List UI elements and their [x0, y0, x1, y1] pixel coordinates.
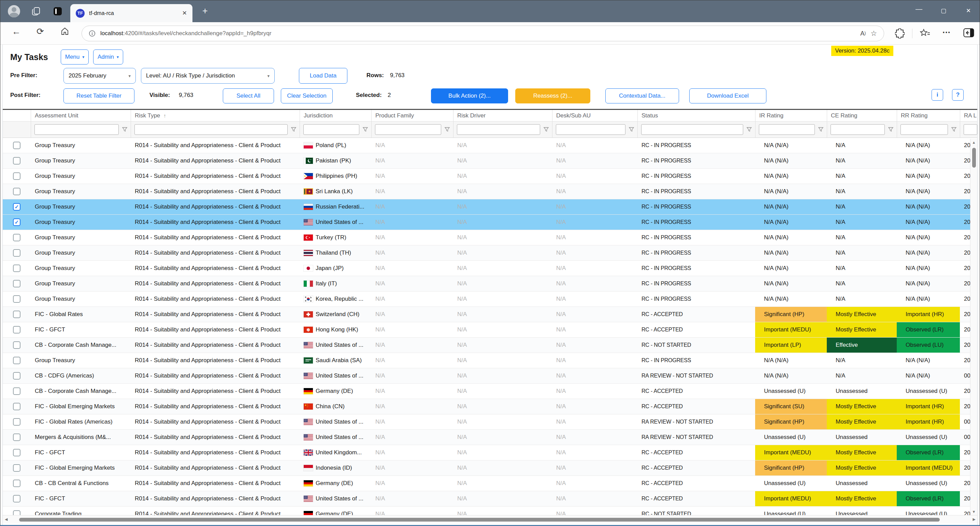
column-header-product-family[interactable]: Product Family — [371, 110, 453, 121]
help-button[interactable]: ? — [952, 89, 964, 101]
scroll-down-icon[interactable]: ▼ — [970, 510, 977, 514]
window-close-button[interactable]: ✕ — [966, 7, 971, 14]
row-checkbox[interactable]: ✓ — [13, 403, 21, 410]
table-row[interactable]: ✓Group TreasuryR014 - Suitability and Ap… — [3, 353, 977, 368]
filter-funnel-icon[interactable] — [628, 127, 634, 132]
sidebar-toggle-icon[interactable] — [963, 28, 974, 38]
row-checkbox[interactable]: ✓ — [13, 434, 21, 441]
table-row[interactable]: ✓Group TreasuryR014 - Suitability and Ap… — [3, 245, 977, 261]
filter-funnel-icon[interactable] — [291, 127, 296, 132]
row-checkbox[interactable]: ✓ — [13, 295, 21, 303]
table-row[interactable]: ✓Group TreasuryR014 - Suitability and Ap… — [3, 184, 977, 199]
row-checkbox[interactable]: ✓ — [13, 311, 21, 318]
column-header-risk-type[interactable]: Risk Type↑ — [131, 110, 300, 121]
table-row[interactable]: ✓Group TreasuryR014 - Suitability and Ap… — [3, 261, 977, 276]
filter-funnel-icon[interactable] — [543, 127, 549, 132]
row-checkbox[interactable]: ✓ — [13, 480, 21, 487]
table-row[interactable]: ✓FIC - Global Rates (Americas)R014 - Sui… — [3, 414, 977, 430]
column-header-ce-rating[interactable]: CE Rating — [827, 110, 897, 121]
column-header-status[interactable]: Status — [637, 110, 755, 121]
filter-input-ce-rating[interactable] — [830, 124, 885, 135]
profile-avatar-icon[interactable] — [8, 5, 20, 18]
home-icon[interactable] — [60, 27, 69, 36]
window-maximize-button[interactable]: ▢ — [941, 7, 946, 14]
row-checkbox[interactable]: ✓ — [13, 218, 21, 226]
row-checkbox[interactable]: ✓ — [13, 203, 21, 210]
table-row[interactable]: ✓Group TreasuryR014 - Suitability and Ap… — [3, 276, 977, 292]
scroll-left-icon[interactable]: ◀ — [5, 517, 8, 521]
window-minimize-button[interactable]: — — [915, 5, 922, 13]
table-row[interactable]: ✓CB - Corporate Cash Manage...R014 - Sui… — [3, 384, 977, 399]
extensions-puzzle-icon[interactable] — [895, 28, 905, 38]
scroll-right-icon[interactable]: ▶ — [973, 517, 975, 521]
row-checkbox[interactable]: ✓ — [13, 357, 21, 364]
vertical-scrollbar[interactable]: ▲ ▼ — [970, 139, 977, 515]
back-icon[interactable]: ← — [12, 26, 21, 37]
row-checkbox[interactable]: ✓ — [13, 172, 21, 180]
read-aloud-icon[interactable]: A) — [860, 30, 866, 37]
row-checkbox[interactable]: ✓ — [13, 449, 21, 456]
browser-tab[interactable]: TF tf-dma-rca ✕ — [70, 4, 192, 22]
url-text[interactable]: localhost:4200/#/tasks/level/checkandcha… — [100, 30, 856, 37]
table-row[interactable]: ✓Group TreasuryR014 - Suitability and Ap… — [3, 138, 977, 153]
table-row[interactable]: ✓FIC - Global RatesR014 - Suitability an… — [3, 307, 977, 322]
row-checkbox[interactable]: ✓ — [13, 341, 21, 349]
menu-button[interactable]: Menu▾ — [61, 49, 89, 64]
workspaces-icon[interactable] — [31, 6, 41, 16]
filter-funnel-icon[interactable] — [888, 127, 894, 132]
contextual-data-button[interactable]: Contextual Data... — [605, 88, 679, 104]
download-excel-button[interactable]: Download Excel — [689, 88, 767, 104]
table-row[interactable]: ✓Group TreasuryR014 - Suitability and Ap… — [3, 292, 977, 307]
column-header-assessment-unit[interactable]: Assessment Unit — [31, 110, 131, 121]
table-row[interactable]: ✓CB - CB Central & FunctionsR014 - Suita… — [3, 476, 977, 491]
filter-input-rr-rating[interactable] — [900, 124, 948, 135]
filter-input-desk-sub-au[interactable] — [556, 124, 625, 135]
row-checkbox[interactable]: ✓ — [13, 249, 21, 257]
table-row[interactable]: ✓Group TreasuryR014 - Suitability and Ap… — [3, 199, 977, 215]
horizontal-scroll-thumb[interactable] — [19, 518, 940, 521]
period-select[interactable]: 2025 February▾ — [64, 68, 136, 84]
column-header-jurisdiction[interactable]: Jurisdiction — [300, 110, 371, 121]
url-bar[interactable]: localhost:4200/#/tasks/level/checkandcha… — [81, 26, 884, 41]
column-header-risk-driver[interactable]: Risk Driver — [453, 110, 552, 121]
favorite-star-icon[interactable]: ☆ — [870, 29, 877, 38]
row-checkbox[interactable]: ✓ — [13, 495, 21, 502]
row-checkbox[interactable]: ✓ — [13, 372, 21, 379]
column-header-ir-rating[interactable]: IR Rating — [755, 110, 827, 121]
select-all-button[interactable]: Select All — [223, 88, 274, 104]
filter-input-jurisdiction[interactable] — [303, 124, 359, 135]
reassess-button[interactable]: Reassess (2)... — [515, 88, 590, 104]
filter-input-risk-type[interactable] — [134, 124, 288, 135]
column-header-rr-rating[interactable]: RR Rating — [897, 110, 960, 121]
table-row[interactable]: ✓FIC - GFCTR014 - Suitability and Approp… — [3, 445, 977, 461]
bulk-action-button[interactable]: Bulk Action (2)... — [431, 88, 508, 104]
filter-input-risk-driver[interactable] — [457, 124, 540, 135]
row-checkbox[interactable]: ✓ — [13, 464, 21, 472]
row-checkbox[interactable]: ✓ — [13, 265, 21, 272]
table-row[interactable]: ✓Group TreasuryR014 - Suitability and Ap… — [3, 169, 977, 184]
filter-funnel-icon[interactable] — [818, 127, 824, 132]
column-header-ra-level[interactable]: RA L — [960, 110, 977, 121]
row-checkbox[interactable]: ✓ — [13, 157, 21, 164]
filter-input-status[interactable] — [641, 124, 743, 135]
row-checkbox[interactable]: ✓ — [13, 142, 21, 149]
table-row[interactable]: ✓Group TreasuryR014 - Suitability and Ap… — [3, 153, 977, 169]
tab-close-icon[interactable]: ✕ — [182, 10, 187, 17]
filter-input-assessment-unit[interactable] — [35, 124, 119, 135]
filter-funnel-icon[interactable] — [363, 127, 368, 132]
table-row[interactable]: ✓FIC - GFCTR014 - Suitability and Approp… — [3, 322, 977, 338]
scroll-up-icon[interactable]: ▲ — [970, 140, 977, 144]
filter-funnel-icon[interactable] — [746, 127, 752, 132]
vertical-scroll-thumb[interactable] — [972, 148, 976, 167]
filter-funnel-icon[interactable] — [951, 127, 957, 132]
reload-icon[interactable]: ⟳ — [37, 26, 44, 37]
favorites-hub-icon[interactable] — [920, 28, 931, 38]
horizontal-scrollbar[interactable]: ◀ ▶ — [3, 515, 977, 524]
filter-input-ra-level[interactable] — [964, 124, 977, 135]
settings-more-icon[interactable]: ••• — [943, 30, 951, 35]
reset-table-filter-button[interactable]: Reset Table Filter — [64, 88, 134, 104]
load-data-button[interactable]: Load Data — [299, 68, 347, 84]
table-row[interactable]: ✓FIC - GFCTR014 - Suitability and Approp… — [3, 491, 977, 507]
row-checkbox[interactable]: ✓ — [13, 418, 21, 426]
info-button[interactable]: i — [932, 89, 943, 101]
